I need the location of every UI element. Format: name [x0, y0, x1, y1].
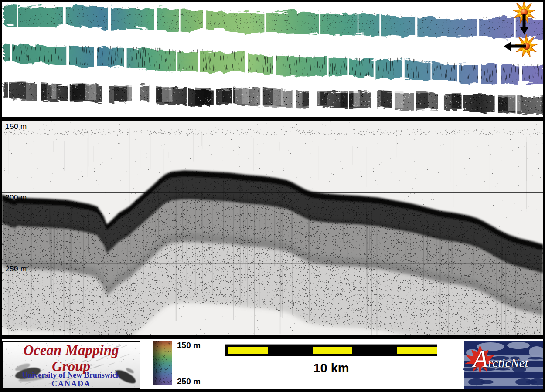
colorbar-top-label: 150 m [177, 341, 201, 350]
swath-mosaic-panel [2, 2, 543, 117]
arcticnet-logo-text: ArcticNet [473, 349, 528, 373]
omg-logo-country: CANADA [3, 379, 140, 389]
legend-bar: Ocean Mapping Group University of New Br… [2, 339, 543, 389]
near-surface-scatter-band [2, 129, 543, 135]
omg-logo: Ocean Mapping Group University of New Br… [2, 341, 140, 389]
omg-logo-title: Ocean Mapping Group [3, 342, 140, 375]
depth-colorbar-gradient [153, 341, 172, 385]
swath-strips-graphic [2, 2, 543, 117]
bathymetry-swath-lower [2, 36, 543, 89]
arcticnet-logo: ArcticNet [463, 340, 543, 389]
bathymetry-swath-upper [2, 2, 543, 43]
omg-logo-university: University of New Brunswick [3, 371, 140, 380]
depth-label-150m: 150 m [5, 122, 27, 131]
depth-label-200m: 200 m [5, 193, 27, 202]
depth-label-250m: 250 m [5, 265, 27, 274]
echogram-graphic [2, 121, 543, 335]
scale-bar: 10 km [225, 344, 437, 375]
subbottom-echogram-panel: 150 m 200 m 250 m [2, 121, 543, 335]
colorbar-bottom-label: 250 m [177, 377, 201, 386]
depth-colorbar: 150 m 250 m [153, 341, 206, 388]
scale-bar-label: 10 km [225, 361, 437, 375]
scale-bar-graphic [225, 344, 437, 356]
